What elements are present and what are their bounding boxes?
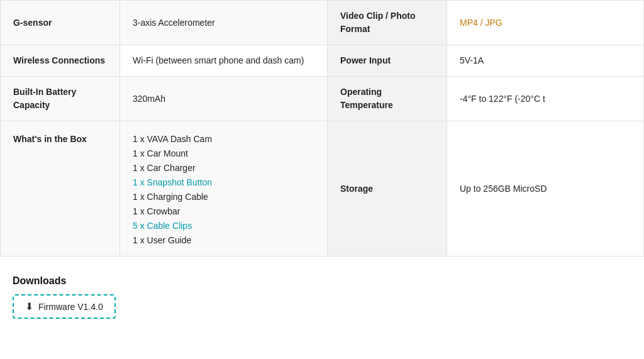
video-clip-label: Video Clip / Photo Format	[328, 1, 447, 45]
list-item: 1 x User Guide	[133, 234, 314, 247]
storage-label: Storage	[328, 121, 447, 257]
table-row: Built-In Battery Capacity 320mAh Operati…	[1, 77, 644, 121]
inbox-items: 1 x VAVA Dash Cam 1 x Car Mount 1 x Car …	[120, 121, 328, 257]
inbox-label: What's in the Box	[1, 121, 120, 257]
table-row: Wireless Connections Wi-Fi (between smar…	[1, 45, 644, 77]
battery-label: Built-In Battery Capacity	[1, 77, 120, 121]
list-item: 1 x Car Mount	[133, 147, 314, 160]
inbox-list: 1 x VAVA Dash Cam 1 x Car Mount 1 x Car …	[133, 133, 314, 247]
spec-table: G-sensor 3-axis Accelerometer Video Clip…	[0, 0, 644, 257]
downloads-section: Downloads ⬇ Firmware V1.4.0	[0, 257, 644, 331]
power-input-label: Power Input	[328, 45, 447, 77]
firmware-label: Firmware V1.4.0	[38, 302, 103, 312]
list-item: 1 x VAVA Dash Cam	[133, 133, 314, 146]
list-item: 1 x Snapshot Button	[133, 176, 314, 189]
page-wrapper: G-sensor 3-axis Accelerometer Video Clip…	[0, 0, 644, 331]
battery-value: 320mAh	[120, 77, 328, 121]
wireless-value: Wi-Fi (between smart phone and dash cam)	[120, 45, 328, 77]
g-sensor-value: 3-axis Accelerometer	[120, 1, 328, 45]
downloads-title: Downloads	[13, 275, 631, 287]
list-item: 1 x Crowbar	[133, 205, 314, 218]
list-item: 1 x Car Charger	[133, 162, 314, 175]
download-icon: ⬇	[25, 301, 33, 312]
video-clip-value: MP4 / JPG	[447, 1, 644, 45]
wireless-label: Wireless Connections	[1, 45, 120, 77]
g-sensor-label: G-sensor	[1, 1, 120, 45]
firmware-download-button[interactable]: ⬇ Firmware V1.4.0	[13, 294, 116, 319]
table-row-inbox: What's in the Box 1 x VAVA Dash Cam 1 x …	[1, 121, 644, 257]
temp-value: -4°F to 122°F (-20°C t	[447, 77, 644, 121]
power-input-value: 5V-1A	[447, 45, 644, 77]
table-row: G-sensor 3-axis Accelerometer Video Clip…	[1, 1, 644, 45]
storage-value: Up to 256GB MicroSD	[447, 121, 644, 257]
temp-label: Operating Temperature	[328, 77, 447, 121]
list-item: 1 x Charging Cable	[133, 191, 314, 204]
list-item: 5 x Cable Clips	[133, 219, 314, 233]
